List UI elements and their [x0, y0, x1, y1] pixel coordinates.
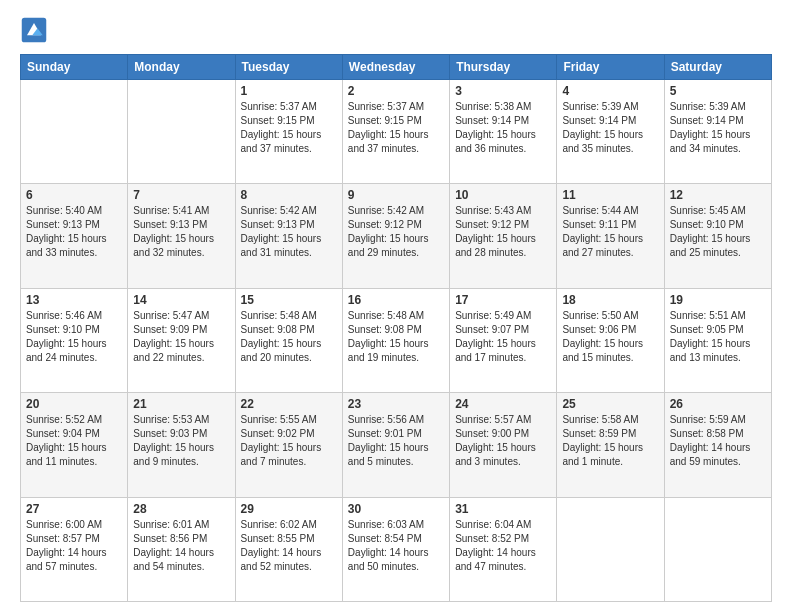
day-number: 9 [348, 188, 444, 202]
calendar-cell: 5Sunrise: 5:39 AMSunset: 9:14 PMDaylight… [664, 80, 771, 184]
day-number: 20 [26, 397, 122, 411]
day-number: 23 [348, 397, 444, 411]
week-row-3: 13Sunrise: 5:46 AMSunset: 9:10 PMDayligh… [21, 288, 772, 392]
day-number: 12 [670, 188, 766, 202]
cell-content: Sunrise: 5:48 AMSunset: 9:08 PMDaylight:… [348, 309, 444, 365]
week-row-4: 20Sunrise: 5:52 AMSunset: 9:04 PMDayligh… [21, 393, 772, 497]
cell-content: Sunrise: 5:55 AMSunset: 9:02 PMDaylight:… [241, 413, 337, 469]
calendar-cell [664, 497, 771, 601]
day-header-sunday: Sunday [21, 55, 128, 80]
calendar-cell: 13Sunrise: 5:46 AMSunset: 9:10 PMDayligh… [21, 288, 128, 392]
calendar-cell: 7Sunrise: 5:41 AMSunset: 9:13 PMDaylight… [128, 184, 235, 288]
cell-content: Sunrise: 6:01 AMSunset: 8:56 PMDaylight:… [133, 518, 229, 574]
day-header-saturday: Saturday [664, 55, 771, 80]
cell-content: Sunrise: 6:02 AMSunset: 8:55 PMDaylight:… [241, 518, 337, 574]
day-number: 3 [455, 84, 551, 98]
calendar-cell [21, 80, 128, 184]
calendar-table: SundayMondayTuesdayWednesdayThursdayFrid… [20, 54, 772, 602]
week-row-5: 27Sunrise: 6:00 AMSunset: 8:57 PMDayligh… [21, 497, 772, 601]
day-number: 16 [348, 293, 444, 307]
day-header-tuesday: Tuesday [235, 55, 342, 80]
day-number: 30 [348, 502, 444, 516]
calendar-cell: 29Sunrise: 6:02 AMSunset: 8:55 PMDayligh… [235, 497, 342, 601]
day-number: 31 [455, 502, 551, 516]
day-number: 24 [455, 397, 551, 411]
day-number: 8 [241, 188, 337, 202]
day-number: 18 [562, 293, 658, 307]
day-header-friday: Friday [557, 55, 664, 80]
calendar-cell: 1Sunrise: 5:37 AMSunset: 9:15 PMDaylight… [235, 80, 342, 184]
cell-content: Sunrise: 5:52 AMSunset: 9:04 PMDaylight:… [26, 413, 122, 469]
cell-content: Sunrise: 5:51 AMSunset: 9:05 PMDaylight:… [670, 309, 766, 365]
logo-icon [20, 16, 48, 44]
cell-content: Sunrise: 5:46 AMSunset: 9:10 PMDaylight:… [26, 309, 122, 365]
calendar-cell: 28Sunrise: 6:01 AMSunset: 8:56 PMDayligh… [128, 497, 235, 601]
day-number: 26 [670, 397, 766, 411]
cell-content: Sunrise: 5:50 AMSunset: 9:06 PMDaylight:… [562, 309, 658, 365]
cell-content: Sunrise: 5:42 AMSunset: 9:13 PMDaylight:… [241, 204, 337, 260]
calendar-cell: 3Sunrise: 5:38 AMSunset: 9:14 PMDaylight… [450, 80, 557, 184]
day-number: 2 [348, 84, 444, 98]
cell-content: Sunrise: 6:00 AMSunset: 8:57 PMDaylight:… [26, 518, 122, 574]
calendar-cell: 10Sunrise: 5:43 AMSunset: 9:12 PMDayligh… [450, 184, 557, 288]
cell-content: Sunrise: 6:03 AMSunset: 8:54 PMDaylight:… [348, 518, 444, 574]
calendar-cell: 19Sunrise: 5:51 AMSunset: 9:05 PMDayligh… [664, 288, 771, 392]
day-header-thursday: Thursday [450, 55, 557, 80]
calendar-cell: 27Sunrise: 6:00 AMSunset: 8:57 PMDayligh… [21, 497, 128, 601]
cell-content: Sunrise: 5:45 AMSunset: 9:10 PMDaylight:… [670, 204, 766, 260]
day-number: 19 [670, 293, 766, 307]
cell-content: Sunrise: 5:58 AMSunset: 8:59 PMDaylight:… [562, 413, 658, 469]
day-number: 28 [133, 502, 229, 516]
day-number: 14 [133, 293, 229, 307]
calendar-cell: 23Sunrise: 5:56 AMSunset: 9:01 PMDayligh… [342, 393, 449, 497]
calendar-cell: 15Sunrise: 5:48 AMSunset: 9:08 PMDayligh… [235, 288, 342, 392]
cell-content: Sunrise: 5:56 AMSunset: 9:01 PMDaylight:… [348, 413, 444, 469]
cell-content: Sunrise: 5:39 AMSunset: 9:14 PMDaylight:… [670, 100, 766, 156]
day-number: 1 [241, 84, 337, 98]
day-number: 5 [670, 84, 766, 98]
calendar-cell: 4Sunrise: 5:39 AMSunset: 9:14 PMDaylight… [557, 80, 664, 184]
cell-content: Sunrise: 5:48 AMSunset: 9:08 PMDaylight:… [241, 309, 337, 365]
cell-content: Sunrise: 5:41 AMSunset: 9:13 PMDaylight:… [133, 204, 229, 260]
day-header-wednesday: Wednesday [342, 55, 449, 80]
page: SundayMondayTuesdayWednesdayThursdayFrid… [0, 0, 792, 612]
cell-content: Sunrise: 6:04 AMSunset: 8:52 PMDaylight:… [455, 518, 551, 574]
day-number: 4 [562, 84, 658, 98]
week-row-2: 6Sunrise: 5:40 AMSunset: 9:13 PMDaylight… [21, 184, 772, 288]
day-number: 11 [562, 188, 658, 202]
cell-content: Sunrise: 5:40 AMSunset: 9:13 PMDaylight:… [26, 204, 122, 260]
logo [20, 16, 52, 44]
calendar-cell: 24Sunrise: 5:57 AMSunset: 9:00 PMDayligh… [450, 393, 557, 497]
cell-content: Sunrise: 5:57 AMSunset: 9:00 PMDaylight:… [455, 413, 551, 469]
day-header-monday: Monday [128, 55, 235, 80]
cell-content: Sunrise: 5:44 AMSunset: 9:11 PMDaylight:… [562, 204, 658, 260]
calendar-cell: 12Sunrise: 5:45 AMSunset: 9:10 PMDayligh… [664, 184, 771, 288]
day-number: 15 [241, 293, 337, 307]
cell-content: Sunrise: 5:53 AMSunset: 9:03 PMDaylight:… [133, 413, 229, 469]
cell-content: Sunrise: 5:47 AMSunset: 9:09 PMDaylight:… [133, 309, 229, 365]
calendar-cell: 30Sunrise: 6:03 AMSunset: 8:54 PMDayligh… [342, 497, 449, 601]
cell-content: Sunrise: 5:49 AMSunset: 9:07 PMDaylight:… [455, 309, 551, 365]
calendar-cell: 20Sunrise: 5:52 AMSunset: 9:04 PMDayligh… [21, 393, 128, 497]
calendar-cell: 6Sunrise: 5:40 AMSunset: 9:13 PMDaylight… [21, 184, 128, 288]
day-number: 10 [455, 188, 551, 202]
calendar-cell: 22Sunrise: 5:55 AMSunset: 9:02 PMDayligh… [235, 393, 342, 497]
cell-content: Sunrise: 5:38 AMSunset: 9:14 PMDaylight:… [455, 100, 551, 156]
day-number: 21 [133, 397, 229, 411]
day-number: 13 [26, 293, 122, 307]
calendar-cell [128, 80, 235, 184]
cell-content: Sunrise: 5:59 AMSunset: 8:58 PMDaylight:… [670, 413, 766, 469]
cell-content: Sunrise: 5:39 AMSunset: 9:14 PMDaylight:… [562, 100, 658, 156]
cell-content: Sunrise: 5:37 AMSunset: 9:15 PMDaylight:… [348, 100, 444, 156]
calendar-cell: 31Sunrise: 6:04 AMSunset: 8:52 PMDayligh… [450, 497, 557, 601]
calendar-cell: 11Sunrise: 5:44 AMSunset: 9:11 PMDayligh… [557, 184, 664, 288]
calendar-cell: 18Sunrise: 5:50 AMSunset: 9:06 PMDayligh… [557, 288, 664, 392]
calendar-cell: 16Sunrise: 5:48 AMSunset: 9:08 PMDayligh… [342, 288, 449, 392]
day-number: 17 [455, 293, 551, 307]
day-number: 7 [133, 188, 229, 202]
calendar-cell: 9Sunrise: 5:42 AMSunset: 9:12 PMDaylight… [342, 184, 449, 288]
calendar-cell [557, 497, 664, 601]
calendar-cell: 21Sunrise: 5:53 AMSunset: 9:03 PMDayligh… [128, 393, 235, 497]
calendar-cell: 2Sunrise: 5:37 AMSunset: 9:15 PMDaylight… [342, 80, 449, 184]
day-number: 25 [562, 397, 658, 411]
